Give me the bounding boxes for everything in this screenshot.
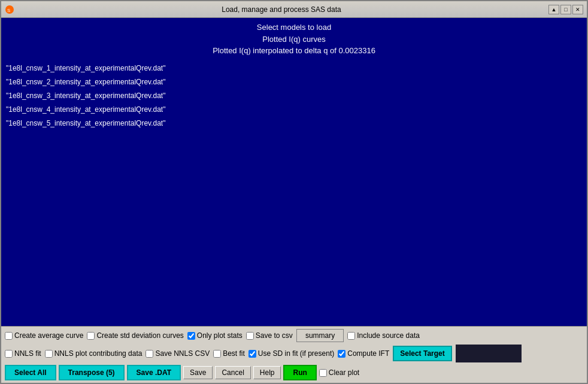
controls-row-1: Create average curve Create std deviatio…	[5, 329, 583, 342]
save-csv-group: Save to csv	[246, 331, 293, 340]
cancel-button[interactable]: Cancel	[215, 366, 250, 379]
include-source-checkbox[interactable]	[347, 332, 355, 340]
best-fit-checkbox[interactable]	[213, 350, 221, 358]
main-window: S Load, manage and process SAS data ▲ □ …	[0, 0, 588, 384]
dark-panel	[456, 345, 522, 362]
minimize-button[interactable]: ▲	[548, 5, 559, 14]
create-avg-checkbox[interactable]	[5, 332, 13, 340]
only-plot-group: Only plot stats	[187, 331, 243, 340]
use-sd-checkbox[interactable]	[248, 350, 256, 358]
button-row: Select All Transpose (5) Save .DAT Save …	[5, 365, 583, 380]
compute-ift-checkbox[interactable]	[338, 350, 345, 358]
list-item[interactable]: "1e8l_cnsw_2_intensity_at_experimentalQr…	[1, 75, 587, 89]
header-line3: Plotted I(q) interpolated to delta q of …	[1, 45, 587, 57]
clear-plot-label: Clear plot	[329, 368, 359, 377]
save-dat-button[interactable]: Save .DAT	[127, 365, 181, 380]
best-fit-label: Best fit	[223, 349, 245, 358]
save-nnls-checkbox[interactable]	[146, 350, 153, 358]
save-nnls-group: Save NNLS CSV	[146, 349, 210, 358]
clear-plot-group: Clear plot	[319, 368, 359, 377]
nnls-plot-label: NNLS plot contributing data	[54, 349, 143, 358]
only-plot-checkbox[interactable]	[187, 332, 195, 340]
nnls-fit-checkbox[interactable]	[5, 350, 13, 358]
create-std-checkbox[interactable]	[87, 332, 95, 340]
transpose-button[interactable]: Transpose (5)	[59, 365, 125, 380]
create-std-label: Create std deviation curves	[96, 331, 183, 340]
nnls-fit-group: NNLS fit	[5, 349, 41, 358]
include-source-label: Include source data	[357, 331, 420, 340]
nnls-fit-label: NNLS fit	[14, 349, 41, 358]
select-all-button[interactable]: Select All	[5, 365, 56, 380]
clear-plot-checkbox[interactable]	[319, 369, 327, 377]
list-item[interactable]: "1e8l_cnsw_1_intensity_at_experimentalQr…	[1, 62, 587, 75]
list-item[interactable]: "1e8l_cnsw_5_intensity_at_experimentalQr…	[1, 117, 587, 130]
list-item[interactable]: "1e8l_cnsw_4_intensity_at_experimentalQr…	[1, 103, 587, 117]
save-nnls-label: Save NNLS CSV	[155, 349, 210, 358]
maximize-button[interactable]: □	[560, 5, 571, 14]
app-icon: S	[5, 5, 14, 14]
only-plot-label: Only plot stats	[197, 331, 243, 340]
nnls-plot-group: NNLS plot contributing data	[45, 349, 143, 358]
bottom-controls: Create average curve Create std deviatio…	[1, 326, 587, 383]
create-std-group: Create std deviation curves	[87, 331, 183, 340]
controls-row-2: NNLS fit NNLS plot contributing data Sav…	[5, 345, 583, 362]
use-sd-label: Use SD in fit (if present)	[258, 349, 334, 358]
header-line1: Select models to load	[1, 22, 587, 33]
help-button[interactable]: Help	[253, 366, 281, 379]
title-bar-buttons: ▲ □ ✕	[548, 5, 583, 14]
header-line2: Plotted I(q) curves	[1, 33, 587, 45]
svg-text:S: S	[7, 8, 10, 13]
title-bar: S Load, manage and process SAS data ▲ □ …	[1, 1, 587, 18]
file-list[interactable]: "1e8l_cnsw_1_intensity_at_experimentalQr…	[1, 60, 587, 327]
save-csv-checkbox[interactable]	[246, 332, 254, 340]
nnls-plot-checkbox[interactable]	[45, 350, 53, 358]
best-fit-group: Best fit	[213, 349, 245, 358]
save-csv-label: Save to csv	[256, 331, 293, 340]
run-button[interactable]: Run	[283, 365, 316, 380]
compute-ift-label: Compute IFT	[347, 349, 389, 358]
create-avg-label: Create average curve	[14, 331, 83, 340]
select-target-button[interactable]: Select Target	[393, 346, 451, 361]
window-title: Load, manage and process SAS data	[14, 5, 548, 14]
header-banner: Select models to load Plotted I(q) curve…	[1, 18, 587, 60]
close-button[interactable]: ✕	[572, 5, 583, 14]
list-item[interactable]: "1e8l_cnsw_3_intensity_at_experimentalQr…	[1, 89, 587, 103]
compute-ift-group: Compute IFT	[338, 349, 389, 358]
summary-button[interactable]: summary	[296, 329, 344, 342]
save-button[interactable]: Save	[183, 366, 213, 379]
use-sd-group: Use SD in fit (if present)	[248, 349, 334, 358]
include-source-group: Include source data	[347, 331, 420, 340]
create-avg-group: Create average curve	[5, 331, 83, 340]
